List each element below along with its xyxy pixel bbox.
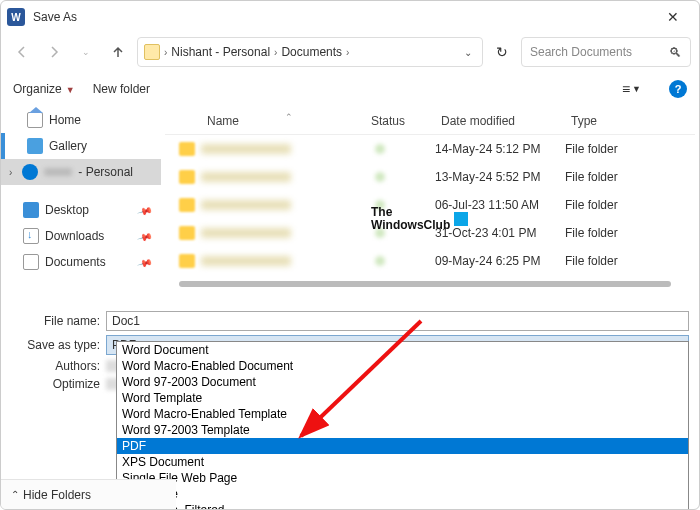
- address-bar[interactable]: › Nishant - Personal › Documents › ⌄: [137, 37, 483, 67]
- cell-date: 13-May-24 5:52 PM: [435, 170, 565, 184]
- sort-indicator-icon: ⌃: [285, 112, 293, 122]
- window-title: Save As: [33, 10, 653, 24]
- dropdown-option[interactable]: Web Page, Filtered: [117, 502, 688, 510]
- status-icon: [375, 144, 385, 154]
- onedrive-icon: [22, 164, 38, 180]
- save-as-type-dropdown[interactable]: Word DocumentWord Macro-Enabled Document…: [116, 341, 689, 510]
- status-icon: [375, 172, 385, 182]
- toolbar: Organize▼ New folder ≡ ▼ ?: [1, 71, 699, 107]
- sidebar-item-downloads[interactable]: Downloads📌: [1, 223, 161, 249]
- horizontal-scrollbar[interactable]: [179, 281, 671, 287]
- gallery-icon: [27, 138, 43, 154]
- folder-icon: [179, 226, 195, 240]
- new-folder-button[interactable]: New folder: [93, 82, 150, 96]
- dropdown-option[interactable]: PDF: [117, 438, 688, 454]
- sidebar: Home Gallery ›- Personal Desktop📌 Downlo…: [1, 107, 161, 307]
- cell-type: File folder: [565, 142, 645, 156]
- pin-icon: 📌: [137, 202, 153, 218]
- dropdown-option[interactable]: Word Macro-Enabled Template: [117, 406, 688, 422]
- folder-icon: [179, 142, 195, 156]
- desktop-icon: [23, 202, 39, 218]
- chevron-right-icon: ›: [346, 47, 349, 58]
- sidebar-item-desktop[interactable]: Desktop📌: [1, 197, 161, 223]
- dropdown-option[interactable]: XPS Document: [117, 454, 688, 470]
- search-input[interactable]: Search Documents 🔍︎: [521, 37, 691, 67]
- sidebar-item-gallery[interactable]: Gallery: [5, 133, 97, 159]
- folder-icon: [179, 170, 195, 184]
- back-icon[interactable]: [9, 39, 35, 65]
- sidebar-item-documents[interactable]: Documents📌: [1, 249, 161, 275]
- blurred-text: [201, 228, 291, 238]
- cell-type: File folder: [565, 198, 645, 212]
- dropdown-option[interactable]: Word Document: [117, 342, 688, 358]
- save-as-type-label: Save as type:: [11, 338, 106, 352]
- chevron-right-icon: ›: [274, 47, 277, 58]
- watermark-logo-icon: [454, 212, 468, 226]
- dropdown-option[interactable]: Word Template: [117, 390, 688, 406]
- dropdown-option[interactable]: Web Page: [117, 486, 688, 502]
- cell-type: File folder: [565, 226, 645, 240]
- forward-icon[interactable]: [41, 39, 67, 65]
- word-app-icon: W: [7, 8, 25, 26]
- header-name[interactable]: ⌃Name: [165, 114, 365, 128]
- navbar: ⌄ › Nishant - Personal › Documents › ⌄ ↻…: [1, 33, 699, 71]
- blurred-text: [201, 256, 291, 266]
- header-date[interactable]: Date modified: [435, 114, 565, 128]
- table-row[interactable]: 14-May-24 5:12 PMFile folder: [165, 135, 695, 163]
- downloads-icon: [23, 228, 39, 244]
- path-segment-root[interactable]: Nishant - Personal: [171, 45, 270, 59]
- chevron-right-icon: ›: [164, 47, 167, 58]
- cell-type: File folder: [565, 170, 645, 184]
- status-icon: [375, 256, 385, 266]
- help-icon[interactable]: ?: [669, 80, 687, 98]
- file-name-label: File name:: [11, 314, 106, 328]
- up-icon[interactable]: [105, 39, 131, 65]
- folder-icon: [179, 198, 195, 212]
- pin-icon: 📌: [137, 254, 153, 270]
- dropdown-option[interactable]: Word 97-2003 Document: [117, 374, 688, 390]
- chevron-down-icon: ▼: [66, 85, 75, 95]
- chevron-down-icon: ▼: [632, 84, 641, 94]
- optimize-label: Optimize: [11, 377, 106, 391]
- table-row[interactable]: 09-May-24 6:25 PMFile folder: [165, 247, 695, 275]
- watermark: TheWindowsClub: [371, 206, 468, 232]
- blurred-text: [201, 200, 291, 210]
- authors-label: Authors:: [11, 359, 106, 373]
- close-icon[interactable]: ✕: [653, 9, 693, 25]
- documents-icon: [23, 254, 39, 270]
- home-icon: [27, 112, 43, 128]
- path-segment-folder[interactable]: Documents: [281, 45, 342, 59]
- cell-date: 14-May-24 5:12 PM: [435, 142, 565, 156]
- pin-icon: 📌: [137, 228, 153, 244]
- organize-menu[interactable]: Organize▼: [13, 82, 75, 96]
- search-placeholder: Search Documents: [530, 45, 632, 59]
- blurred-text: [201, 144, 291, 154]
- hide-folders-button[interactable]: ⌃ Hide Folders: [1, 479, 176, 509]
- dropdown-option[interactable]: Word 97-2003 Template: [117, 422, 688, 438]
- path-dropdown-icon[interactable]: ⌄: [460, 47, 476, 58]
- chevron-right-icon[interactable]: ›: [9, 167, 12, 178]
- blurred-text: [44, 168, 72, 176]
- titlebar: W Save As ✕: [1, 1, 699, 33]
- folder-icon: [144, 44, 160, 60]
- header-status[interactable]: Status: [365, 114, 435, 128]
- header-type[interactable]: Type: [565, 114, 645, 128]
- blurred-text: [201, 172, 291, 182]
- dropdown-option[interactable]: Word Macro-Enabled Document: [117, 358, 688, 374]
- sidebar-item-home[interactable]: Home: [5, 107, 91, 133]
- table-row[interactable]: 13-May-24 5:52 PMFile folder: [165, 163, 695, 191]
- folder-icon: [179, 254, 195, 268]
- main: Home Gallery ›- Personal Desktop📌 Downlo…: [1, 107, 699, 307]
- recent-dropdown-icon[interactable]: ⌄: [73, 39, 99, 65]
- sidebar-item-onedrive[interactable]: ›- Personal: [1, 159, 161, 185]
- view-menu[interactable]: ≡ ▼: [622, 81, 641, 97]
- cell-type: File folder: [565, 254, 645, 268]
- search-icon: 🔍︎: [669, 45, 682, 60]
- column-headers: ⌃Name Status Date modified Type: [165, 107, 695, 135]
- chevron-up-icon: ⌃: [11, 489, 19, 500]
- refresh-icon[interactable]: ↻: [489, 44, 515, 60]
- cell-date: 09-May-24 6:25 PM: [435, 254, 565, 268]
- file-name-input[interactable]: Doc1: [106, 311, 689, 331]
- dropdown-option[interactable]: Single File Web Page: [117, 470, 688, 486]
